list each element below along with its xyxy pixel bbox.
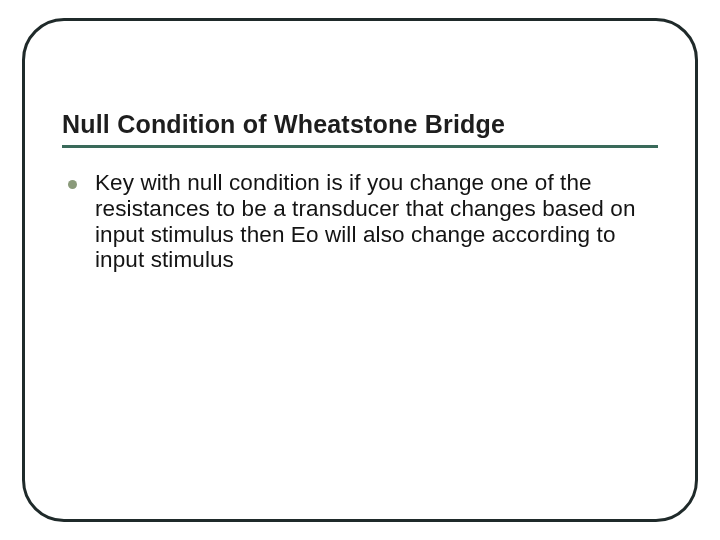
slide-content: Null Condition of Wheatstone Bridge Key …	[62, 110, 658, 273]
slide: Null Condition of Wheatstone Bridge Key …	[0, 0, 720, 540]
slide-body: Key with null condition is if you change…	[62, 170, 658, 274]
bullet-icon	[68, 180, 77, 189]
slide-title: Null Condition of Wheatstone Bridge	[62, 110, 658, 148]
bullet-text: Key with null condition is if you change…	[95, 170, 658, 274]
